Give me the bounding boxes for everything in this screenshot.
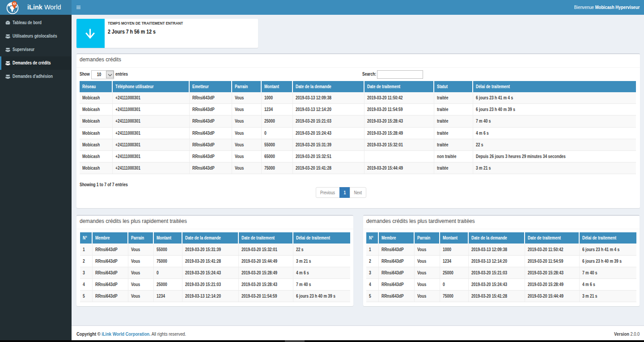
- svg-text:$: $: [13, 2, 15, 5]
